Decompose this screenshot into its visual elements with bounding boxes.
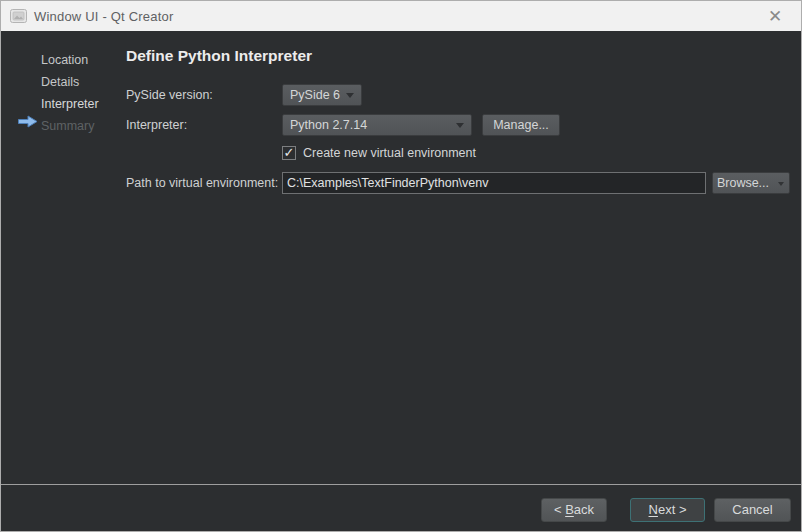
sidebar-item-details: Details (41, 71, 99, 93)
venv-path-input[interactable] (282, 172, 706, 194)
next-button[interactable]: Next > (630, 498, 705, 522)
cancel-button[interactable]: Cancel (714, 498, 791, 522)
venv-checkbox[interactable]: ✓ (282, 146, 296, 160)
back-button-prefix: < (554, 502, 565, 517)
current-step-arrow-icon (18, 115, 38, 128)
venv-checkbox-label[interactable]: Create new virtual environment (303, 146, 476, 160)
title-bar[interactable]: Window UI - Qt Creator ✕ (1, 1, 801, 31)
footer-separator (1, 484, 801, 485)
wizard-steps-sidebar: Location Details Interpreter Summary (41, 49, 99, 137)
dropdown-arrow-icon (778, 182, 784, 186)
dropdown-arrow-icon (346, 93, 354, 98)
close-icon[interactable]: ✕ (762, 1, 788, 31)
back-button-suffix: ack (574, 502, 594, 517)
sidebar-item-summary: Summary (41, 115, 99, 137)
page-title: Define Python Interpreter (126, 47, 312, 65)
manage-button[interactable]: Manage... (482, 114, 560, 136)
venv-checkbox-row: ✓ Create new virtual environment (282, 146, 476, 160)
back-button-mnemonic: B (565, 502, 574, 517)
interpreter-value: Python 2.7.14 (290, 118, 367, 132)
window-title: Window UI - Qt Creator (34, 9, 174, 24)
sidebar-item-location: Location (41, 49, 99, 71)
pyside-version-value: PySide 6 (290, 88, 340, 102)
browse-button-label: Browse... (717, 176, 769, 190)
interpreter-label: Interpreter: (126, 114, 187, 136)
window-icon (10, 9, 27, 23)
next-button-suffix: ext > (658, 502, 687, 517)
dialog-body: Location Details Interpreter Summary Def… (1, 31, 801, 531)
next-button-mnemonic: N (649, 502, 658, 517)
pyside-version-combobox[interactable]: PySide 6 (282, 84, 362, 106)
back-button[interactable]: < Back (541, 498, 607, 522)
wizard-dialog: Window UI - Qt Creator ✕ Location Detail… (0, 0, 802, 532)
browse-button[interactable]: Browse... (712, 172, 790, 194)
interpreter-combobox[interactable]: Python 2.7.14 (282, 114, 472, 136)
pyside-version-label: PySide version: (126, 84, 213, 106)
venv-path-label: Path to virtual environment: (126, 172, 278, 194)
sidebar-item-interpreter: Interpreter (41, 93, 99, 115)
dropdown-arrow-icon (456, 123, 464, 128)
